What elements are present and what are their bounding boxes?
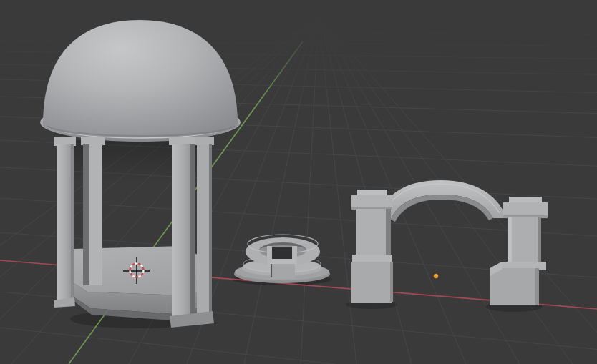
object-domed-pavilion[interactable] — [40, 20, 241, 328]
pavilion-column-2-side — [83, 144, 89, 285]
pavilion-column-2 — [89, 144, 102, 285]
arch-left-pillar-base-side — [390, 262, 393, 302]
viewport-stage[interactable] — [0, 0, 597, 364]
arch-right-pillar-shaft — [508, 217, 541, 263]
3d-viewport[interactable] — [0, 0, 597, 364]
pavilion-column-1-side — [71, 144, 74, 302]
pavilion-capital-3 — [169, 137, 195, 145]
pavilion-column-4-side — [209, 144, 212, 316]
dais-front-step-slit — [271, 264, 272, 277]
pavilion-column-3 — [172, 144, 190, 321]
arch-left-pillar-base — [351, 262, 392, 303]
arch-right-pillar-shaft-side — [538, 217, 541, 263]
pavilion-column-3-side — [190, 144, 195, 320]
pavilion-capital-2 — [81, 137, 105, 145]
arch-left-pillar-shaft — [356, 209, 387, 257]
arch-right-pillar-capital — [503, 202, 548, 217]
arch-left-pillar-shaft-side — [386, 209, 391, 257]
dais-front-step — [271, 264, 295, 279]
pavilion-column-1 — [57, 144, 71, 303]
pavilion-capital-4 — [195, 137, 214, 145]
arch-right-pillar-base — [490, 268, 539, 305]
arch-right-pillar-shaft-lit — [508, 217, 512, 263]
dais-front-step-top — [271, 259, 295, 264]
pavilion-column-4 — [197, 144, 209, 318]
arch-right-pillar-base-side — [535, 268, 539, 305]
object-origin-dot[interactable] — [434, 274, 439, 279]
